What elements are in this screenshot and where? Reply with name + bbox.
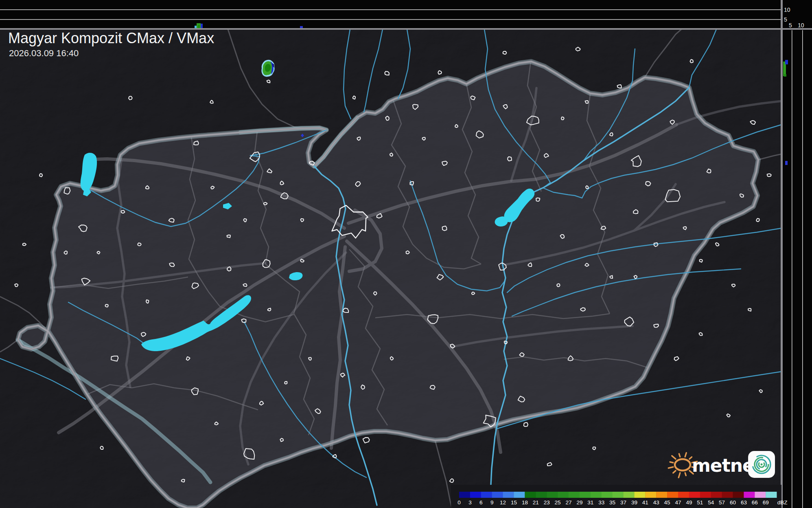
colorbar-segment [766, 492, 777, 498]
colorbar-segment [602, 492, 613, 498]
top-profile-echo [198, 25, 200, 29]
colorbar-label: 51 [697, 499, 703, 506]
colorbar-label: 60 [730, 499, 736, 506]
colorbar-segment [656, 492, 667, 498]
right-strip-background [782, 0, 812, 508]
top-strip-gridline [0, 9, 782, 10]
right-strip-gridline [802, 30, 803, 508]
colorbar-segment [744, 492, 755, 498]
colorbar-label: 37 [620, 499, 626, 506]
colorbar-label: 47 [675, 499, 681, 506]
colorbar-label: dBZ [777, 499, 788, 506]
spiral-center-dot [761, 464, 763, 466]
colorbar-label: 49 [686, 499, 692, 506]
colorbar-segment [492, 492, 503, 498]
colorbar-segment [645, 492, 656, 498]
radar-map [0, 29, 782, 508]
colorbar-label: 31 [587, 499, 593, 506]
colorbar-segment [733, 492, 744, 498]
colorbar-label: 33 [598, 499, 604, 506]
colorbar-label: 15 [511, 499, 517, 506]
colorbar-segment [634, 492, 645, 498]
top-strip-gridline [0, 19, 782, 20]
colorbar-segment [459, 492, 470, 498]
axis-scale-label: 5 [784, 16, 787, 23]
colorbar-label: 21 [533, 499, 539, 506]
colorbar-label: 18 [522, 499, 528, 506]
colorbar-segment [700, 492, 711, 498]
colorbar-segment [481, 492, 492, 498]
colorbar-label: 0 [457, 499, 461, 506]
colorbar-label: 57 [719, 499, 725, 506]
right-profile-echo [785, 60, 788, 64]
colorbar-label: 63 [741, 499, 747, 506]
colorbar-segment [667, 492, 678, 498]
colorbar-segment [558, 492, 569, 498]
colorbar-label: 69 [763, 499, 769, 506]
colorbar-label: 39 [631, 499, 637, 506]
colorbar-segment [624, 492, 635, 498]
colorbar-label: 6 [479, 499, 483, 506]
colorbar-segment [503, 492, 514, 498]
colorbar-label: 29 [576, 499, 582, 506]
colorbar-segment [678, 492, 689, 498]
colorbar-label: 25 [555, 499, 561, 506]
right-profile-echo [784, 74, 786, 77]
colorbar-label: 23 [544, 499, 550, 506]
top-profile-strip [0, 0, 782, 29]
colorbar-segment [755, 492, 766, 498]
colorbar-label: 43 [653, 499, 659, 506]
timestamp: 2026.03.09 16:40 [9, 48, 79, 58]
colorbar-label: 27 [565, 499, 571, 506]
colorbar-label: 45 [664, 499, 670, 506]
dbz-colorbar: 0369121518212325272931333537394143454749… [451, 485, 787, 508]
colorbar-label: 35 [609, 499, 615, 506]
spiral-app-icon [748, 451, 775, 478]
vertical-separator-line [781, 0, 783, 508]
colorbar-label: 66 [752, 499, 758, 506]
sun-ray [679, 454, 680, 457]
right-profile-echo [785, 161, 788, 165]
colorbar-segment [591, 492, 602, 498]
colorbar-segment [689, 492, 700, 498]
colorbar-label: 9 [490, 499, 494, 506]
colorbar-segment [514, 492, 525, 498]
radar-app-window: 105510 Magyar Kompozit CMax / VMax 2026.… [0, 0, 812, 508]
radar-composite-scene: 105510 Magyar Kompozit CMax / VMax 2026.… [0, 0, 812, 508]
colorbar-segment [613, 492, 624, 498]
sun-ray [670, 462, 673, 463]
colorbar-label: 41 [642, 499, 648, 506]
colorbar-label: 54 [708, 499, 714, 506]
top-strip-background [0, 0, 782, 29]
colorbar-label: 3 [468, 499, 472, 506]
right-profile-strip [782, 0, 812, 508]
sun-ray [685, 473, 686, 476]
page-title: Magyar Kompozit CMax / VMax [8, 30, 214, 46]
top-profile-echo [195, 26, 197, 29]
axis-scale-label: 5 [789, 22, 792, 29]
colorbar-label: 12 [500, 499, 506, 506]
right-strip-gridline [792, 30, 792, 508]
colorbar-segment [536, 492, 547, 498]
colorbar-segment [711, 492, 722, 498]
top-profile-echo [201, 24, 203, 29]
axis-scale-label: 10 [798, 22, 804, 29]
colorbar-segment [580, 492, 591, 498]
colorbar-segment [722, 492, 733, 498]
colorbar-segment [470, 492, 481, 498]
colorbar-segment [525, 492, 536, 498]
axis-scale-label: 10 [784, 7, 790, 13]
colorbar-segment [547, 492, 558, 498]
colorbar-segment [569, 492, 580, 498]
